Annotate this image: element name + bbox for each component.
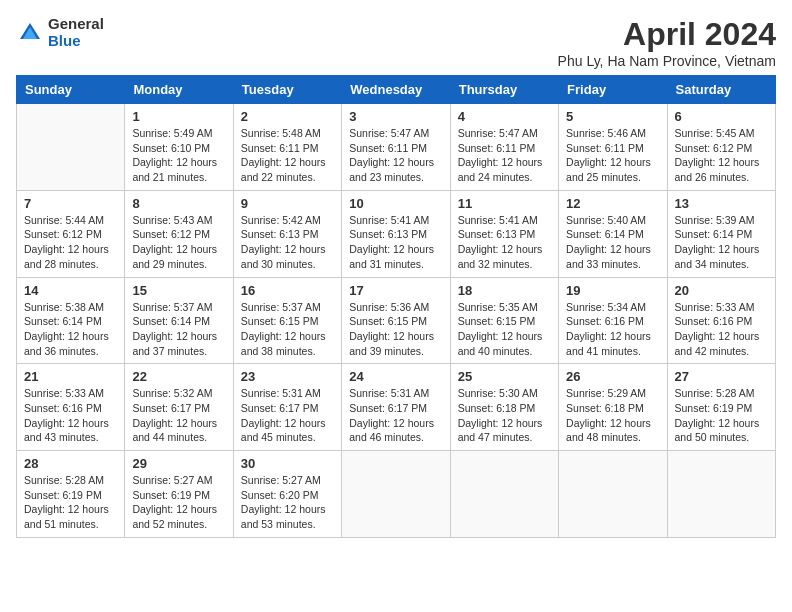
calendar-cell: 17Sunrise: 5:36 AMSunset: 6:15 PMDayligh… bbox=[342, 277, 450, 364]
calendar-cell: 18Sunrise: 5:35 AMSunset: 6:15 PMDayligh… bbox=[450, 277, 558, 364]
calendar-subtitle: Phu Ly, Ha Nam Province, Vietnam bbox=[558, 53, 776, 69]
week-row-4: 21Sunrise: 5:33 AMSunset: 6:16 PMDayligh… bbox=[17, 364, 776, 451]
day-number: 13 bbox=[675, 196, 768, 211]
cell-info: Sunrise: 5:37 AMSunset: 6:14 PMDaylight:… bbox=[132, 300, 225, 359]
day-number: 15 bbox=[132, 283, 225, 298]
calendar-cell bbox=[17, 104, 125, 191]
day-number: 1 bbox=[132, 109, 225, 124]
day-number: 10 bbox=[349, 196, 442, 211]
calendar-title: April 2024 bbox=[558, 16, 776, 53]
calendar-cell: 11Sunrise: 5:41 AMSunset: 6:13 PMDayligh… bbox=[450, 190, 558, 277]
calendar-cell: 15Sunrise: 5:37 AMSunset: 6:14 PMDayligh… bbox=[125, 277, 233, 364]
cell-info: Sunrise: 5:34 AMSunset: 6:16 PMDaylight:… bbox=[566, 300, 659, 359]
header-cell-wednesday: Wednesday bbox=[342, 76, 450, 104]
calendar-cell bbox=[667, 451, 775, 538]
header-row: SundayMondayTuesdayWednesdayThursdayFrid… bbox=[17, 76, 776, 104]
cell-info: Sunrise: 5:29 AMSunset: 6:18 PMDaylight:… bbox=[566, 386, 659, 445]
header-cell-friday: Friday bbox=[559, 76, 667, 104]
day-number: 24 bbox=[349, 369, 442, 384]
cell-info: Sunrise: 5:40 AMSunset: 6:14 PMDaylight:… bbox=[566, 213, 659, 272]
calendar-cell: 22Sunrise: 5:32 AMSunset: 6:17 PMDayligh… bbox=[125, 364, 233, 451]
cell-info: Sunrise: 5:31 AMSunset: 6:17 PMDaylight:… bbox=[349, 386, 442, 445]
cell-info: Sunrise: 5:30 AMSunset: 6:18 PMDaylight:… bbox=[458, 386, 551, 445]
calendar-cell: 5Sunrise: 5:46 AMSunset: 6:11 PMDaylight… bbox=[559, 104, 667, 191]
calendar-cell: 20Sunrise: 5:33 AMSunset: 6:16 PMDayligh… bbox=[667, 277, 775, 364]
calendar-body: 1Sunrise: 5:49 AMSunset: 6:10 PMDaylight… bbox=[17, 104, 776, 538]
calendar-cell: 7Sunrise: 5:44 AMSunset: 6:12 PMDaylight… bbox=[17, 190, 125, 277]
calendar-cell: 24Sunrise: 5:31 AMSunset: 6:17 PMDayligh… bbox=[342, 364, 450, 451]
cell-info: Sunrise: 5:41 AMSunset: 6:13 PMDaylight:… bbox=[349, 213, 442, 272]
calendar-cell: 16Sunrise: 5:37 AMSunset: 6:15 PMDayligh… bbox=[233, 277, 341, 364]
day-number: 12 bbox=[566, 196, 659, 211]
day-number: 11 bbox=[458, 196, 551, 211]
logo-blue-text: Blue bbox=[48, 33, 104, 50]
calendar-cell: 23Sunrise: 5:31 AMSunset: 6:17 PMDayligh… bbox=[233, 364, 341, 451]
day-number: 6 bbox=[675, 109, 768, 124]
day-number: 20 bbox=[675, 283, 768, 298]
week-row-2: 7Sunrise: 5:44 AMSunset: 6:12 PMDaylight… bbox=[17, 190, 776, 277]
calendar-cell: 12Sunrise: 5:40 AMSunset: 6:14 PMDayligh… bbox=[559, 190, 667, 277]
cell-info: Sunrise: 5:33 AMSunset: 6:16 PMDaylight:… bbox=[24, 386, 117, 445]
day-number: 7 bbox=[24, 196, 117, 211]
cell-info: Sunrise: 5:33 AMSunset: 6:16 PMDaylight:… bbox=[675, 300, 768, 359]
cell-info: Sunrise: 5:46 AMSunset: 6:11 PMDaylight:… bbox=[566, 126, 659, 185]
cell-info: Sunrise: 5:41 AMSunset: 6:13 PMDaylight:… bbox=[458, 213, 551, 272]
day-number: 22 bbox=[132, 369, 225, 384]
calendar-cell: 29Sunrise: 5:27 AMSunset: 6:19 PMDayligh… bbox=[125, 451, 233, 538]
calendar-cell bbox=[450, 451, 558, 538]
cell-info: Sunrise: 5:42 AMSunset: 6:13 PMDaylight:… bbox=[241, 213, 334, 272]
calendar-table: SundayMondayTuesdayWednesdayThursdayFrid… bbox=[16, 75, 776, 538]
calendar-cell: 19Sunrise: 5:34 AMSunset: 6:16 PMDayligh… bbox=[559, 277, 667, 364]
cell-info: Sunrise: 5:48 AMSunset: 6:11 PMDaylight:… bbox=[241, 126, 334, 185]
calendar-cell: 30Sunrise: 5:27 AMSunset: 6:20 PMDayligh… bbox=[233, 451, 341, 538]
day-number: 9 bbox=[241, 196, 334, 211]
calendar-cell: 10Sunrise: 5:41 AMSunset: 6:13 PMDayligh… bbox=[342, 190, 450, 277]
cell-info: Sunrise: 5:49 AMSunset: 6:10 PMDaylight:… bbox=[132, 126, 225, 185]
day-number: 25 bbox=[458, 369, 551, 384]
calendar-cell: 14Sunrise: 5:38 AMSunset: 6:14 PMDayligh… bbox=[17, 277, 125, 364]
calendar-cell: 9Sunrise: 5:42 AMSunset: 6:13 PMDaylight… bbox=[233, 190, 341, 277]
day-number: 3 bbox=[349, 109, 442, 124]
day-number: 16 bbox=[241, 283, 334, 298]
cell-info: Sunrise: 5:37 AMSunset: 6:15 PMDaylight:… bbox=[241, 300, 334, 359]
cell-info: Sunrise: 5:43 AMSunset: 6:12 PMDaylight:… bbox=[132, 213, 225, 272]
header-cell-saturday: Saturday bbox=[667, 76, 775, 104]
header-cell-tuesday: Tuesday bbox=[233, 76, 341, 104]
calendar-cell: 28Sunrise: 5:28 AMSunset: 6:19 PMDayligh… bbox=[17, 451, 125, 538]
logo-icon bbox=[16, 19, 44, 47]
calendar-cell: 8Sunrise: 5:43 AMSunset: 6:12 PMDaylight… bbox=[125, 190, 233, 277]
cell-info: Sunrise: 5:38 AMSunset: 6:14 PMDaylight:… bbox=[24, 300, 117, 359]
calendar-cell: 27Sunrise: 5:28 AMSunset: 6:19 PMDayligh… bbox=[667, 364, 775, 451]
day-number: 26 bbox=[566, 369, 659, 384]
cell-info: Sunrise: 5:28 AMSunset: 6:19 PMDaylight:… bbox=[675, 386, 768, 445]
calendar-cell: 2Sunrise: 5:48 AMSunset: 6:11 PMDaylight… bbox=[233, 104, 341, 191]
week-row-3: 14Sunrise: 5:38 AMSunset: 6:14 PMDayligh… bbox=[17, 277, 776, 364]
cell-info: Sunrise: 5:35 AMSunset: 6:15 PMDaylight:… bbox=[458, 300, 551, 359]
cell-info: Sunrise: 5:36 AMSunset: 6:15 PMDaylight:… bbox=[349, 300, 442, 359]
cell-info: Sunrise: 5:28 AMSunset: 6:19 PMDaylight:… bbox=[24, 473, 117, 532]
cell-info: Sunrise: 5:47 AMSunset: 6:11 PMDaylight:… bbox=[349, 126, 442, 185]
calendar-cell: 25Sunrise: 5:30 AMSunset: 6:18 PMDayligh… bbox=[450, 364, 558, 451]
day-number: 5 bbox=[566, 109, 659, 124]
calendar-header: SundayMondayTuesdayWednesdayThursdayFrid… bbox=[17, 76, 776, 104]
cell-info: Sunrise: 5:32 AMSunset: 6:17 PMDaylight:… bbox=[132, 386, 225, 445]
cell-info: Sunrise: 5:39 AMSunset: 6:14 PMDaylight:… bbox=[675, 213, 768, 272]
week-row-1: 1Sunrise: 5:49 AMSunset: 6:10 PMDaylight… bbox=[17, 104, 776, 191]
title-block: April 2024 Phu Ly, Ha Nam Province, Viet… bbox=[558, 16, 776, 69]
day-number: 23 bbox=[241, 369, 334, 384]
day-number: 14 bbox=[24, 283, 117, 298]
calendar-cell: 26Sunrise: 5:29 AMSunset: 6:18 PMDayligh… bbox=[559, 364, 667, 451]
day-number: 17 bbox=[349, 283, 442, 298]
day-number: 30 bbox=[241, 456, 334, 471]
calendar-cell bbox=[342, 451, 450, 538]
day-number: 29 bbox=[132, 456, 225, 471]
calendar-cell bbox=[559, 451, 667, 538]
day-number: 8 bbox=[132, 196, 225, 211]
day-number: 2 bbox=[241, 109, 334, 124]
header-cell-monday: Monday bbox=[125, 76, 233, 104]
calendar-cell: 4Sunrise: 5:47 AMSunset: 6:11 PMDaylight… bbox=[450, 104, 558, 191]
calendar-cell: 21Sunrise: 5:33 AMSunset: 6:16 PMDayligh… bbox=[17, 364, 125, 451]
logo-general-text: General bbox=[48, 16, 104, 33]
calendar-cell: 13Sunrise: 5:39 AMSunset: 6:14 PMDayligh… bbox=[667, 190, 775, 277]
logo: General Blue bbox=[16, 16, 104, 49]
